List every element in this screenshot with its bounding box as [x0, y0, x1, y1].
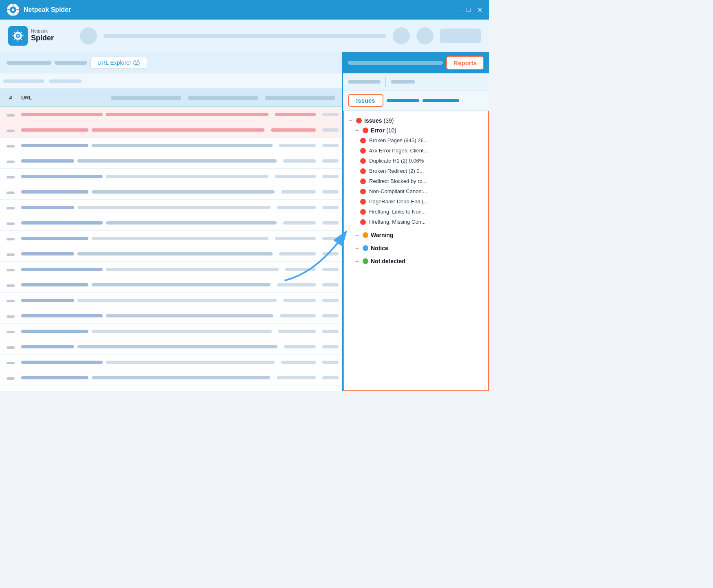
row-cell2 — [279, 252, 316, 255]
table-row[interactable] — [0, 262, 342, 277]
table-row[interactable] — [0, 215, 342, 231]
left-tab-bar2[interactable] — [55, 61, 87, 65]
titlebar: Netpeak Spider – □ ✕ — [0, 0, 489, 20]
table-row[interactable] — [0, 200, 342, 215]
header-action-btn[interactable] — [440, 29, 481, 43]
table-body — [0, 107, 342, 391]
main-container: URL Explorer (2) # URL — [0, 52, 489, 391]
table-row[interactable] — [0, 355, 342, 370]
table-row[interactable] — [0, 138, 342, 153]
warning-label: Warning — [371, 232, 393, 238]
row-end — [322, 113, 339, 116]
row-url — [21, 330, 88, 333]
col-5 — [265, 96, 335, 100]
table-row[interactable] — [0, 107, 342, 122]
table-row[interactable] — [0, 324, 342, 339]
table-header: # URL — [0, 89, 342, 107]
tree-error-item-2[interactable]: 4xx Error Pages: Client... — [360, 145, 485, 156]
header-url-bar[interactable] — [103, 34, 386, 38]
table-row[interactable] — [0, 293, 342, 308]
table-row[interactable] — [0, 184, 342, 200]
row-cell2 — [283, 299, 316, 302]
row-end — [322, 190, 339, 194]
error-item-dot — [360, 158, 366, 164]
row-cell2 — [275, 175, 316, 178]
issues-tree: − Issues (39) − Error (10) Broken Pages … — [343, 111, 489, 391]
table-row[interactable] — [0, 153, 342, 169]
table-row[interactable] — [0, 339, 342, 355]
tree-error-item-3[interactable]: Duplicate H1 (2) 0.06% — [360, 156, 485, 166]
reports-tab[interactable]: Reports — [446, 56, 484, 70]
left-panel: URL Explorer (2) # URL — [0, 52, 342, 391]
row-cell2 — [277, 206, 316, 209]
row-end — [322, 144, 339, 147]
tree-error-item-7[interactable]: PageRank: Dead End (... — [360, 196, 485, 207]
row-cell — [106, 268, 279, 271]
collapse-notice[interactable]: − — [354, 245, 360, 251]
tree-error-item-8[interactable]: Hreflang: Links to Non... — [360, 207, 485, 217]
table-row[interactable] — [0, 231, 342, 246]
collapse-not-detected[interactable]: − — [354, 258, 360, 264]
col-hash: # — [3, 95, 18, 101]
filter-bar1[interactable] — [3, 79, 44, 83]
row-url — [21, 361, 103, 364]
row-cell — [77, 206, 271, 209]
table-row[interactable] — [0, 122, 342, 138]
row-url — [21, 206, 74, 209]
minimize-button[interactable]: – — [456, 6, 460, 14]
row-end — [322, 361, 339, 364]
right-top-tabs: Reports — [343, 52, 489, 73]
svg-point-2 — [12, 9, 14, 11]
pagerank-label: PageRank: Dead End (... — [369, 198, 428, 205]
table-row[interactable] — [0, 308, 342, 324]
table-row[interactable] — [0, 169, 342, 184]
row-cell2 — [280, 314, 316, 317]
row-url — [21, 299, 74, 302]
left-tab-bar1[interactable] — [7, 61, 51, 65]
collapse-warning[interactable]: − — [354, 232, 360, 238]
url-explorer-tab[interactable]: URL Explorer (2) — [90, 57, 147, 69]
row-cell — [106, 113, 268, 116]
redirect-blocked-label: Redirect Blocked by ro... — [369, 178, 427, 184]
right-panel: Reports Issues − Issues (39) — [342, 52, 489, 391]
issues-tab[interactable]: Issues — [348, 94, 383, 107]
error-item-dot — [360, 209, 366, 215]
row-end — [322, 283, 339, 286]
tree-error-item-5[interactable]: Redirect Blocked by ro... — [360, 176, 485, 186]
header-btn1[interactable] — [416, 27, 434, 44]
table-row[interactable] — [0, 370, 342, 385]
tree-notice[interactable]: − Notice — [354, 243, 485, 253]
table-row[interactable] — [0, 277, 342, 293]
tree-error[interactable]: − Error (10) — [354, 126, 485, 135]
notice-label: Notice — [371, 245, 388, 251]
tree-error-item-4[interactable]: Broken Redirect (2) 0... — [360, 166, 485, 176]
row-cell2 — [283, 221, 316, 225]
tree-error-item-9[interactable]: Hreflang: Missing Con... — [360, 217, 485, 227]
collapse-error[interactable]: − — [354, 127, 360, 134]
issues-dot — [356, 118, 362, 123]
row-cell2 — [271, 128, 316, 132]
tree-warning[interactable]: − Warning — [354, 230, 485, 240]
right-tab-bar1[interactable] — [348, 61, 443, 65]
issues-label: Issues (39) — [364, 117, 394, 124]
row-url — [21, 345, 74, 348]
tab-bar3[interactable] — [423, 99, 459, 102]
row-cell — [106, 361, 275, 364]
row-cell — [92, 237, 268, 240]
tree-not-detected[interactable]: − Not detected — [354, 256, 485, 266]
table-row[interactable] — [0, 246, 342, 262]
filter-bar2[interactable] — [49, 79, 81, 83]
tree-root-issues[interactable]: − Issues (39) — [347, 116, 485, 126]
maximize-button[interactable]: □ — [467, 6, 471, 14]
row-end — [322, 252, 339, 255]
collapse-issues[interactable]: − — [347, 117, 354, 124]
row-end — [322, 128, 339, 132]
tree-error-item-1[interactable]: Broken Pages (945) 26... — [360, 135, 485, 145]
error-item-dot — [360, 219, 366, 225]
tab-bar2[interactable] — [387, 99, 419, 102]
tree-error-item-6[interactable]: Non-Compliant Canoni... — [360, 186, 485, 196]
col-4 — [188, 96, 258, 100]
error-item-dot — [360, 189, 366, 194]
close-button[interactable]: ✕ — [477, 6, 482, 14]
error-label: Error (10) — [371, 127, 396, 134]
